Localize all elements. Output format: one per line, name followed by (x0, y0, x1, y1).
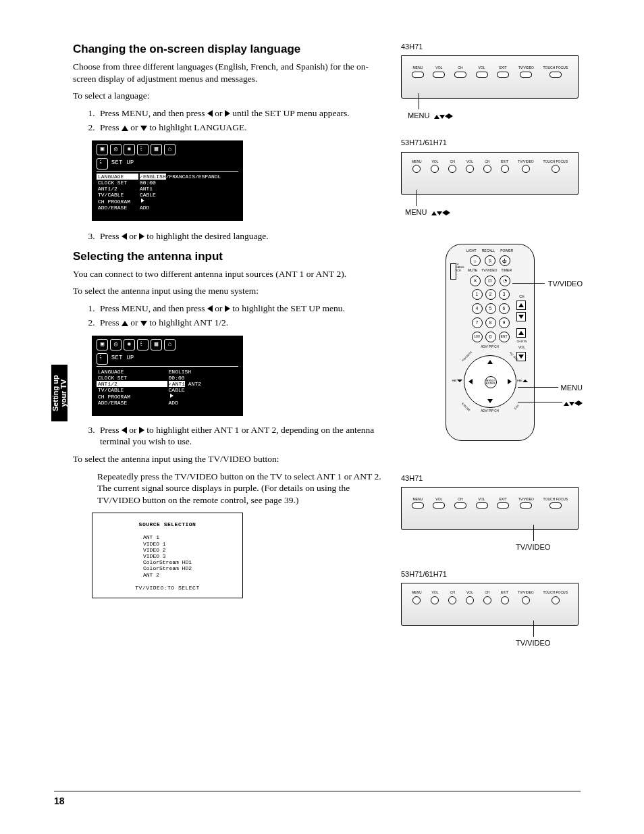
ant-step-1: Press MENU, and then press or to highlig… (97, 303, 385, 315)
panel-button[interactable]: MENU (412, 497, 424, 509)
panel-button[interactable]: VOL (476, 497, 488, 509)
panel-button[interactable]: CH (454, 66, 466, 78)
timer-button[interactable]: ◔ (500, 276, 510, 286)
panel-button[interactable]: VOL (433, 66, 445, 78)
numpad-button[interactable]: 4 (472, 303, 483, 314)
panel-button[interactable]: MENU (412, 159, 422, 174)
numpad-button[interactable]: ENT (499, 332, 510, 342)
light-button[interactable]: ☼ (470, 255, 481, 266)
dpad-corner: FAVORITE (461, 350, 473, 362)
left-arrow-icon (122, 233, 127, 240)
panel-button[interactable]: CH (448, 159, 456, 174)
panel-button[interactable]: MENU (412, 590, 422, 604)
right-arrow-icon (225, 305, 230, 312)
panel-button[interactable]: VOL (476, 66, 488, 78)
illustration-column: 43H71 MENUVOLCHVOLEXITTV/VIDEOTOUCH FOCU… (397, 42, 583, 675)
tv-front-panel-53h71: MENUVOLCHVOLCHEXITTV/VIDEOTOUCH FOCUS (401, 583, 579, 626)
panel-button[interactable]: CH (454, 497, 466, 509)
remote-label: POWER (500, 249, 513, 253)
panel-button[interactable]: VOL (431, 159, 439, 174)
dpad-right-lab: FAV (517, 379, 527, 382)
panel-button[interactable]: TV/VIDEO (518, 497, 534, 509)
panel-button[interactable]: EXIT (501, 159, 509, 174)
recall-button[interactable]: ⎘ (485, 255, 495, 266)
numpad-button[interactable]: 100 (472, 332, 483, 342)
source-item: ColorStream HD1 (143, 559, 192, 565)
osd-tab-icon: ⌂ (164, 144, 176, 155)
panel-button[interactable]: TOUCH FOCUS (543, 66, 568, 78)
remote-label: TV/VIDEO (481, 268, 497, 273)
vol-label: VOL (516, 345, 527, 350)
source-item: ANT 1 (143, 534, 192, 540)
panel-button[interactable]: TV/VIDEO (518, 590, 533, 604)
numpad-button[interactable]: 9 (499, 317, 510, 328)
panel-button[interactable]: EXIT (497, 66, 509, 78)
main-text-column: Changing the on-screen display language … (73, 42, 385, 675)
lang-step-3: Press or to highlight the desired langua… (97, 230, 385, 242)
numpad-button[interactable]: 1 (472, 289, 483, 300)
panel-button[interactable]: TV/VIDEO (518, 159, 533, 174)
vol-up-button[interactable] (516, 328, 526, 338)
panel-button[interactable]: TV/VIDEO (518, 66, 534, 78)
source-item: VIDEO 3 (143, 553, 192, 559)
side-tab-l1: Setting up (51, 375, 59, 411)
mute-button[interactable]: ✕ (470, 276, 481, 286)
intro-antenna: You can connect to two different antenna… (73, 268, 385, 280)
dpad-bottom-label: ADV/ PIP CH (446, 409, 534, 413)
ch-up-button[interactable] (516, 301, 526, 310)
panel-button[interactable]: CH (483, 159, 491, 174)
antenna-btn-para: Repeatedly press the TV/VIDEO button on … (97, 471, 385, 506)
osd-source-selection: SOURCE SELECTION ANT 1VIDEO 1VIDEO 2VIDE… (92, 513, 243, 598)
panel-button[interactable]: VOL (466, 590, 474, 604)
numpad-button[interactable]: 8 (485, 317, 496, 328)
osd-tab-icon: ◎ (110, 339, 122, 350)
up-arrow-icon (564, 402, 569, 406)
panel-button[interactable]: VOL (433, 497, 445, 509)
panel-button[interactable]: MENU (412, 66, 424, 78)
panel-button[interactable]: EXIT (497, 497, 509, 509)
tv-video-button[interactable]: ⊡ (485, 276, 495, 286)
osd-tab-icon: ⌂ (164, 339, 176, 350)
callout-tvvideo: TV/VIDEO (516, 639, 550, 647)
osd-setup-language: ▣ ◎ ✺ 🗧 ▦ ⌂ 🗧 SET UP LANGUAGEENGLISH/FRA… (92, 140, 243, 221)
panel-button[interactable]: CH (448, 590, 456, 604)
remote-label: LIGHT (466, 249, 477, 253)
down-arrow-icon (439, 115, 445, 119)
dpad[interactable]: MENU/ ENTER FAVORITE PIC SIZE STROBE EXI… (464, 355, 516, 408)
up-arrow-icon (434, 115, 439, 119)
up-arrow-icon (431, 211, 437, 215)
numpad-button[interactable]: 0 (485, 332, 496, 342)
lead-language: To select a language: (73, 90, 385, 102)
numpad-button[interactable]: 2 (485, 289, 496, 300)
panel-button[interactable]: TOUCH FOCUS (543, 159, 568, 174)
osd-tab-icon: ▣ (97, 144, 108, 155)
left-arrow-icon (207, 110, 213, 117)
osd-src-title: SOURCE SELECTION (97, 521, 238, 527)
numpad-button[interactable]: 3 (499, 289, 510, 300)
osd-setup-icon: 🗧 (97, 158, 108, 170)
panel-button[interactable]: TOUCH FOCUS (543, 497, 568, 509)
panel-button[interactable]: VOL (431, 590, 439, 604)
down-arrow-icon (140, 321, 147, 326)
callout-menu: MENU (405, 208, 427, 216)
down-arrow-icon (437, 211, 442, 215)
menu-enter-button[interactable]: MENU/ ENTER (485, 376, 497, 388)
numpad-button[interactable]: 6 (499, 303, 510, 314)
numpad-button[interactable]: 5 (485, 303, 496, 314)
panel-button[interactable]: VOL (466, 159, 474, 174)
ant-step-2: Press or to highlight ANT 1/2. (97, 317, 385, 329)
panel-button[interactable]: CH (483, 590, 491, 604)
side-tab: Setting up your TV (51, 365, 68, 421)
power-button[interactable]: ⏻ (500, 255, 510, 266)
side-tab-l2: your TV (59, 380, 68, 407)
panel-button[interactable]: EXIT (501, 590, 509, 604)
remote-label: TIMER (501, 268, 512, 273)
model-label: 53H71/61H71 (401, 138, 583, 147)
panel-button[interactable]: TOUCH FOCUS (543, 590, 568, 604)
ch-down-button[interactable] (516, 312, 526, 321)
osd-tab-icon: ✺ (124, 144, 135, 155)
numpad-button[interactable]: 7 (472, 317, 483, 328)
lead-antenna-btn: To select the antenna input using the TV… (73, 453, 385, 465)
callout-menu: MENU (561, 384, 583, 392)
osd-title: SET UP (111, 160, 134, 167)
